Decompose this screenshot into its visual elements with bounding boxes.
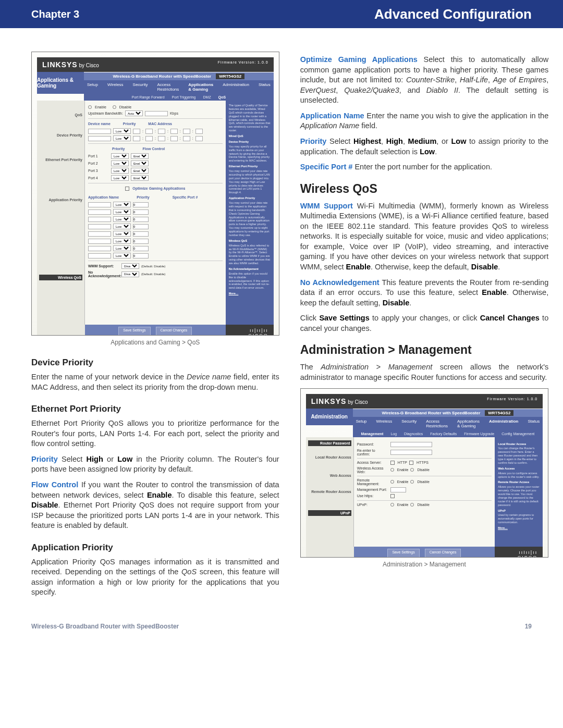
save-button2[interactable]: Save Settings — [387, 549, 419, 558]
devname-input[interactable] — [88, 136, 111, 141]
optimize-text: Optimize Gaming Applications Select this… — [300, 55, 549, 106]
cancel-button2[interactable]: Cancel Changes — [425, 549, 461, 558]
password-input[interactable] — [390, 442, 432, 447]
prio-select[interactable]: Low — [113, 128, 131, 134]
main-tabs2[interactable]: SetupWirelessSecurityAccess Restrictions… — [353, 417, 543, 430]
footer-product: Wireless-G Broadband Router with SpeedBo… — [31, 623, 179, 630]
sub-tabs2[interactable]: ManagementLogDiagnosticsFactory Defaults… — [353, 430, 543, 437]
main-tabs[interactable]: SetupWirelessSecurityAccess Restrictions… — [84, 80, 274, 94]
ss2-left: Router Password Local Router Access Web … — [306, 437, 354, 547]
chapter-label: Chapter 3 — [31, 8, 79, 20]
linksys-bar2: LINKSYS by Cisco Firmware Version: 1.0.0 — [306, 394, 543, 409]
admin-mgmt-heading: Administration > Management — [300, 343, 549, 357]
save-changes-text: Click Save Settings to apply your change… — [300, 313, 549, 334]
priority-text: Priority Select High or Low in the Prior… — [31, 454, 279, 475]
footer-page: 19 — [525, 623, 532, 630]
devname-input[interactable] — [88, 129, 111, 134]
left-column: LINKSYS by Cisco Firmware Version: 1.0.0… — [31, 52, 279, 603]
ss2-form: Password: Re-enter to confirm: Access Se… — [354, 437, 495, 547]
save-button[interactable]: Save Settings — [118, 327, 150, 336]
app-priority-heading: Application Priority — [31, 542, 279, 553]
sub-tabs[interactable]: Port Range ForwardPort TriggeringDMZQoS — [84, 94, 274, 101]
qos-screenshot: LINKSYS by Cisco Firmware Version: 1.0.0… — [31, 52, 279, 336]
ethernet-priority-text: Ethernet Port Priority QoS allows you to… — [31, 418, 279, 449]
wmm-text: WMM Support Wi-Fi Multimedia (WMM), form… — [300, 201, 549, 273]
priority-select-text: Priority Select Highest, High, Medium, o… — [300, 137, 549, 157]
router-model-strip: Wireless-G Broadband Router with SpeedBo… — [84, 72, 274, 80]
flow-control-text: Flow Control If you want the Router to c… — [31, 480, 279, 531]
side-title2: Administration — [306, 409, 353, 425]
noack-text: No Acknowledgement This feature prevents… — [300, 278, 549, 309]
page-header: Chapter 3 Advanced Configuration — [0, 0, 563, 28]
save-cancel-bar: Save Settings Cancel Changes — [85, 325, 226, 336]
ss-help-panel: The types of Quality of Service features… — [226, 101, 274, 325]
fw-version: Firmware Version: 1.0.0 — [218, 60, 268, 64]
right-column: Optimize Gaming Applications Select this… — [300, 52, 549, 603]
wireless-qos-heading: Wireless QoS — [300, 182, 549, 196]
page-body: LINKSYS by Cisco Firmware Version: 1.0.0… — [0, 28, 563, 619]
disable-radio[interactable] — [113, 105, 116, 109]
ss2-help: Local Router AccessYou can change the Ro… — [495, 437, 543, 547]
device-priority-text: Enter the name of your network device in… — [31, 372, 279, 392]
ss-form-area: Enable Disable Upstream Bandwidth: Auto … — [85, 101, 226, 325]
cancel-button[interactable]: Cancel Changes — [156, 327, 192, 336]
enable-radio[interactable] — [88, 105, 92, 109]
linksys-bar: LINKSYS by Cisco Firmware Version: 1.0.0 — [37, 57, 274, 72]
linksys-by: by Cisco — [78, 63, 99, 68]
ss-left-labels: QoS Device Priority Ethernet Port Priori… — [37, 101, 85, 325]
upstream-select[interactable]: Auto — [125, 110, 143, 116]
app-priority-text: Application Priority QoS manages informa… — [31, 557, 279, 598]
optimize-checkbox[interactable] — [125, 187, 129, 191]
admin-mgmt-text: The Administration > Management screen a… — [300, 362, 549, 382]
appname-text: Application Name Enter the name you wish… — [300, 111, 549, 131]
prio-select[interactable]: Low — [113, 135, 131, 141]
screenshot2-caption: Administration > Management — [300, 561, 549, 568]
specific-port-text: Specific Port # Enter the port number fo… — [300, 162, 549, 172]
page-footer: Wireless-G Broadband Router with SpeedBo… — [0, 619, 563, 643]
device-priority-heading: Device Priority — [31, 357, 279, 368]
admin-screenshot: LINKSYS by Cisco Firmware Version: 1.0.0… — [300, 388, 549, 558]
kbps-input[interactable] — [145, 111, 168, 116]
page-title: Advanced Configuration — [374, 6, 532, 22]
cisco-logo: ıı|ıı|ııCISCO — [226, 325, 274, 336]
side-title: Applications & Gaming — [37, 72, 84, 94]
linksys-brand: LINKSYS — [42, 60, 78, 69]
ethernet-priority-heading: Ethernet Port Priority — [31, 404, 279, 414]
confirm-input[interactable] — [390, 450, 432, 455]
screenshot1-caption: Applications and Gaming > QoS — [31, 339, 279, 346]
